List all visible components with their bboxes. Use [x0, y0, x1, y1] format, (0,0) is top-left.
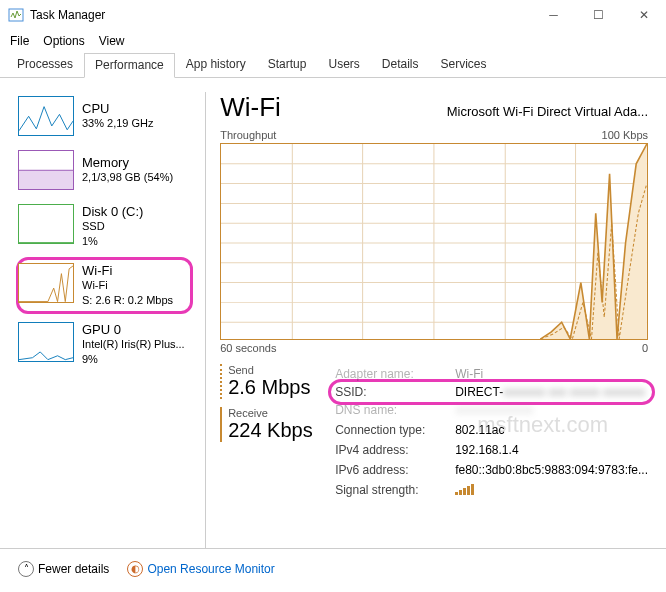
- sidebar-item-disk[interactable]: Disk 0 (C:) SSD 1%: [18, 200, 191, 253]
- gpu-label: GPU 0: [82, 322, 185, 337]
- minimize-button[interactable]: ─: [531, 0, 576, 30]
- sidebar-item-gpu[interactable]: GPU 0 Intel(R) Iris(R) Plus... 9%: [18, 318, 191, 371]
- wifi-adapter: Wi-Fi: [82, 278, 173, 293]
- memory-thumb: [18, 150, 74, 190]
- gpu-model: Intel(R) Iris(R) Plus...: [82, 337, 185, 352]
- sidebar-item-memory[interactable]: Memory 2,1/3,98 GB (54%): [18, 146, 191, 194]
- prop-ipv4-label: IPv4 address:: [335, 443, 455, 457]
- disk-thumb: [18, 204, 74, 244]
- prop-ssid-label: SSID:: [335, 385, 455, 399]
- sidebar-item-wifi[interactable]: Wi-Fi Wi-Fi S: 2.6 R: 0.2 Mbps: [18, 259, 191, 312]
- app-icon: [8, 7, 24, 23]
- receive-value: 224 Kbps: [228, 419, 335, 442]
- connection-properties: Adapter name:Wi-Fi SSID:DIRECT-xxxxxxx x…: [335, 364, 648, 500]
- tab-details[interactable]: Details: [371, 52, 430, 77]
- close-button[interactable]: ✕: [621, 0, 666, 30]
- sidebar-item-cpu[interactable]: CPU 33% 2,19 GHz: [18, 92, 191, 140]
- prop-adapter-label: Adapter name:: [335, 367, 455, 381]
- chevron-up-icon: ˄: [18, 561, 34, 577]
- maximize-button[interactable]: ☐: [576, 0, 621, 30]
- chart-x-left: 60 seconds: [220, 342, 276, 354]
- prop-ipv4-value: 192.168.1.4: [455, 443, 518, 457]
- disk-label: Disk 0 (C:): [82, 204, 143, 219]
- signal-strength-icon: [455, 483, 474, 498]
- title-bar: Task Manager ─ ☐ ✕: [0, 0, 666, 30]
- memory-stats: 2,1/3,98 GB (54%): [82, 170, 173, 185]
- prop-dns-label: DNS name:: [335, 403, 455, 417]
- prop-dns-value: xxxxxxxxxxxxx: [455, 403, 533, 417]
- wifi-thumb: [18, 263, 74, 303]
- receive-label: Receive: [228, 407, 335, 419]
- tab-strip: Processes Performance App history Startu…: [0, 52, 666, 78]
- cpu-label: CPU: [82, 101, 154, 116]
- wifi-label: Wi-Fi: [82, 263, 173, 278]
- wifi-stats: S: 2.6 R: 0.2 Mbps: [82, 293, 173, 308]
- menu-bar: File Options View: [0, 30, 666, 52]
- prop-adapter-value: Wi-Fi: [455, 367, 483, 381]
- detail-panel: Wi-Fi Microsoft Wi-Fi Direct Virtual Ada…: [220, 92, 648, 548]
- gpu-thumb: [18, 322, 74, 362]
- send-value: 2.6 Mbps: [228, 376, 335, 399]
- fewer-details-button[interactable]: ˄ Fewer details: [18, 561, 109, 577]
- tab-processes[interactable]: Processes: [6, 52, 84, 77]
- disk-type: SSD: [82, 219, 143, 234]
- tab-users[interactable]: Users: [317, 52, 370, 77]
- svg-rect-1: [19, 170, 73, 189]
- detail-title: Wi-Fi: [220, 92, 281, 123]
- vertical-divider: [205, 92, 206, 548]
- ssid-row: SSID:DIRECT-xxxxxxx xxx xxxxx xxxxxxx: [331, 382, 652, 402]
- tab-startup[interactable]: Startup: [257, 52, 318, 77]
- prop-conn-label: Connection type:: [335, 423, 455, 437]
- prop-ipv6-label: IPv6 address:: [335, 463, 455, 477]
- gpu-pct: 9%: [82, 352, 185, 367]
- send-label: Send: [228, 364, 335, 376]
- menu-file[interactable]: File: [10, 34, 29, 48]
- detail-subtitle: Microsoft Wi-Fi Direct Virtual Ada...: [447, 104, 648, 119]
- tab-services[interactable]: Services: [430, 52, 498, 77]
- perf-sidebar: CPU 33% 2,19 GHz Memory 2,1/3,98 GB (54%…: [18, 92, 191, 548]
- footer: ˄ Fewer details ◐ Open Resource Monitor: [0, 548, 666, 588]
- chart-x-right: 0: [642, 342, 648, 354]
- throughput-stats: Send 2.6 Mbps Receive 224 Kbps: [220, 364, 335, 500]
- open-resource-monitor-link[interactable]: ◐ Open Resource Monitor: [127, 561, 274, 577]
- chart-y-label: Throughput: [220, 129, 276, 141]
- menu-view[interactable]: View: [99, 34, 125, 48]
- main-area: CPU 33% 2,19 GHz Memory 2,1/3,98 GB (54%…: [0, 78, 666, 548]
- tab-app-history[interactable]: App history: [175, 52, 257, 77]
- chart-max-label: 100 Kbps: [602, 129, 648, 141]
- cpu-stats: 33% 2,19 GHz: [82, 116, 154, 131]
- menu-options[interactable]: Options: [43, 34, 84, 48]
- prop-signal-label: Signal strength:: [335, 483, 455, 497]
- window-controls: ─ ☐ ✕: [531, 0, 666, 30]
- prop-ipv6-value: fe80::3db0:8bc5:9883:094:9783:fe...: [455, 463, 648, 477]
- cpu-thumb: [18, 96, 74, 136]
- memory-label: Memory: [82, 155, 173, 170]
- resource-monitor-icon: ◐: [127, 561, 143, 577]
- prop-ssid-value: DIRECT-xxxxxxx xxx xxxxx xxxxxxx: [455, 385, 645, 399]
- prop-conn-value: 802.11ac: [455, 423, 504, 437]
- window-title: Task Manager: [30, 8, 105, 22]
- disk-pct: 1%: [82, 234, 143, 249]
- throughput-chart[interactable]: [220, 143, 648, 340]
- tab-performance[interactable]: Performance: [84, 53, 175, 78]
